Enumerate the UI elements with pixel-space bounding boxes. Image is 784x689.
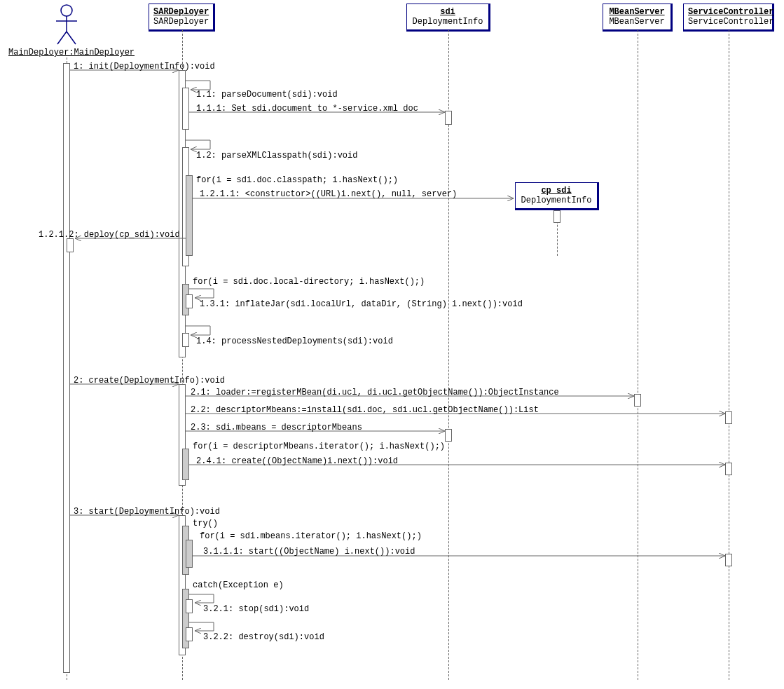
- msg-label: for(i = descriptorMbeans.iterator(); i.h…: [193, 442, 445, 451]
- msg-label: 2.4.1: create((ObjectName)i.next()):void: [196, 456, 398, 466]
- msg-label: 1.4: processNestedDeployments(sdi):void: [196, 336, 393, 346]
- msg-label: 1.2.1.2: deploy(cp_sdi):void: [39, 230, 180, 240]
- msg-label: 2.1: loader:=registerMBean(di.ucl, di.uc…: [191, 388, 559, 397]
- msg-label: for(i = sdi.mbeans.iterator(); i.hasNext…: [200, 531, 422, 541]
- msg-label: 3.2.2: destroy(sdi):void: [203, 632, 324, 642]
- msg-label: 1.2: parseXMLClasspath(sdi):void: [196, 151, 357, 161]
- msg-label: 1.2.1.1: <constructor>((URL)i.next(), nu…: [200, 189, 457, 199]
- msg-label: 2: create(DeploymentInfo):void: [74, 376, 225, 386]
- msg-label: 2.2: descriptorMbeans:=install(sdi.doc, …: [191, 405, 539, 415]
- msg-label: 3: start(DeploymentInfo):void: [74, 507, 220, 517]
- msg-label: for(i = sdi.doc.classpath; i.hasNext();): [196, 175, 398, 185]
- msg-label: 1.3.1: inflateJar(sdi.localUrl, dataDir,…: [200, 299, 523, 309]
- msg-label: 1.1: parseDocument(sdi):void: [196, 90, 338, 100]
- msg-label: 1: init(DeploymentInfo):void: [74, 62, 215, 71]
- msg-label: catch(Exception e): [193, 580, 284, 590]
- msg-label: 1.1.1: Set sdi.document to *-service.xml…: [196, 104, 418, 114]
- msg-label: for(i = sdi.doc.local-directory; i.hasNe…: [193, 277, 425, 287]
- msg-label: 3.1.1.1: start((ObjectName) i.next()):vo…: [203, 547, 415, 557]
- msg-label: 3.2.1: stop(sdi):void: [203, 604, 309, 614]
- msg-label: 2.3: sdi.mbeans = descriptorMbeans: [191, 423, 362, 432]
- msg-label: try(): [193, 519, 218, 528]
